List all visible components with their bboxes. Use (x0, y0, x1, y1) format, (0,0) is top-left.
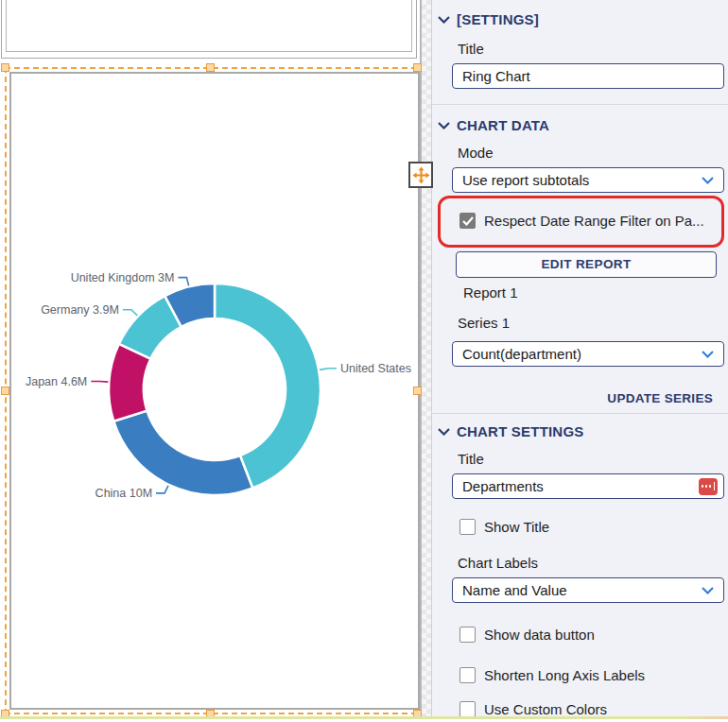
designer-canvas: United StatesChina 10MJapan 4.6MGermany … (0, 0, 422, 716)
show-data-button-label: Show data button (484, 627, 595, 643)
ring-chart: United StatesChina 10MJapan 4.6MGermany … (11, 74, 418, 708)
canvas-scrollbar-gutter[interactable] (422, 0, 431, 716)
respect-date-filter-checkbox[interactable] (459, 213, 476, 229)
chevron-down-icon (702, 177, 714, 184)
label-leader-line (123, 310, 138, 316)
shorten-axis-labels-label: Shorten Long Axis Labels (484, 667, 645, 683)
chart-settings-header-label: CHART SETTINGS (457, 423, 583, 439)
label-leader-line (156, 486, 168, 493)
resize-handle-top-right[interactable] (413, 63, 422, 72)
show-title-checkbox[interactable] (459, 519, 476, 535)
mode-dropdown[interactable]: Use report subtotals (452, 167, 724, 193)
chart-data-header-label: CHART DATA (457, 117, 549, 133)
chevron-down-icon (438, 428, 450, 436)
move-widget-handle[interactable] (408, 162, 433, 188)
label-leader-line (178, 278, 188, 286)
slice-label: Germany 3.9M (41, 303, 119, 317)
label-leader-line (320, 369, 337, 370)
show-title-row[interactable]: Show Title (459, 519, 549, 535)
slice-label: China 10M (95, 487, 152, 500)
slice-label: United Kingdom 3M (71, 271, 175, 284)
chart-title-input[interactable]: Departments (452, 473, 724, 499)
update-series-link[interactable]: UPDATE SERIES (607, 391, 713, 405)
ellipsis-token-icon[interactable] (699, 478, 718, 495)
show-data-button-checkbox[interactable] (459, 627, 476, 643)
ring-chart-widget[interactable]: United StatesChina 10MJapan 4.6MGermany … (9, 72, 420, 710)
chevron-down-icon (438, 16, 450, 24)
section-divider (432, 413, 728, 414)
chart-title-field-label: Title (458, 451, 484, 467)
title-field-label: Title (458, 41, 484, 57)
mode-dropdown-value: Use report subtotals (462, 172, 589, 188)
chart-labels-dropdown[interactable]: Name and Value (452, 577, 724, 603)
chart-labels-dropdown-value: Name and Value (462, 582, 567, 598)
show-data-button-row[interactable]: Show data button (459, 627, 595, 643)
shorten-axis-labels-checkbox[interactable] (459, 667, 476, 683)
edit-report-button[interactable]: EDIT REPORT (456, 251, 717, 278)
donut-slice-china[interactable] (113, 411, 252, 495)
settings-panel: [SETTINGS] Title CHART DATA Mode Use rep… (431, 0, 728, 716)
chevron-down-icon (702, 587, 714, 594)
resize-handle-mid-left[interactable] (1, 387, 9, 395)
slice-label: United States (340, 362, 411, 375)
widget-above[interactable] (1, 0, 417, 59)
settings-section-header[interactable]: [SETTINGS] (438, 11, 539, 27)
shorten-axis-labels-row[interactable]: Shorten Long Axis Labels (459, 667, 645, 683)
resize-handle-top-left[interactable] (1, 63, 9, 72)
chart-settings-section-header[interactable]: CHART SETTINGS (438, 423, 583, 439)
section-divider (432, 104, 728, 105)
chart-labels-field-label: Chart Labels (458, 555, 538, 571)
series-field-label: Series 1 (458, 315, 510, 331)
use-custom-colors-row[interactable]: Use Custom Colors (459, 701, 607, 717)
chevron-down-icon (438, 122, 450, 129)
move-arrows-icon (412, 166, 430, 184)
canvas-bottom-boundary (0, 716, 728, 719)
chevron-down-icon (702, 351, 714, 358)
series-dropdown[interactable]: Count(department) (452, 341, 724, 367)
respect-date-filter-label: Respect Date Range Filter on Pa... (484, 213, 704, 229)
chart-data-section-header[interactable]: CHART DATA (438, 117, 549, 133)
series-dropdown-value: Count(department) (462, 346, 581, 362)
widget-above-inner (6, 0, 412, 52)
settings-header-label: [SETTINGS] (457, 11, 539, 27)
respect-date-filter-row[interactable]: Respect Date Range Filter on Pa... (459, 213, 704, 229)
label-leader-line (91, 382, 108, 383)
show-title-label: Show Title (484, 519, 549, 535)
resize-handle-top-center[interactable] (206, 63, 215, 72)
slice-label: Japan 4.6M (26, 375, 87, 388)
use-custom-colors-label: Use Custom Colors (484, 701, 607, 717)
use-custom-colors-checkbox[interactable] (459, 701, 476, 717)
mode-field-label: Mode (458, 145, 494, 161)
resize-handle-mid-right[interactable] (413, 387, 422, 395)
checkmark-icon (462, 216, 474, 226)
widget-title-input[interactable] (452, 63, 724, 89)
chart-title-value: Departments (462, 478, 699, 494)
report-name: Report 1 (463, 284, 518, 301)
